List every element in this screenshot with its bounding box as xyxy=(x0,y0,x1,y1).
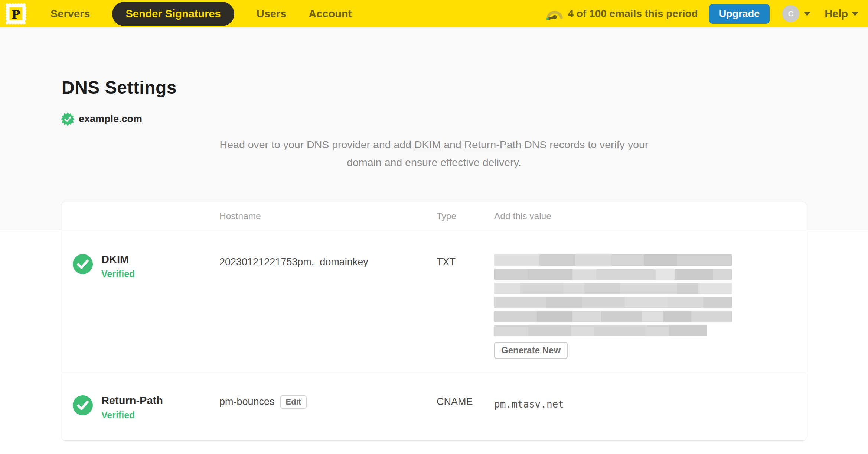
page-title: DNS Settings xyxy=(62,77,177,98)
column-header-type: Type xyxy=(437,211,494,221)
upgrade-button[interactable]: Upgrade xyxy=(709,4,770,24)
page-header-section: DNS Settings example.com Head over to yo… xyxy=(0,27,868,230)
record-status: Verified xyxy=(101,269,135,279)
verified-check-icon xyxy=(73,395,93,415)
table-header-row: Hostname Type Add this value xyxy=(62,202,806,230)
record-type: CNAME xyxy=(437,373,494,408)
redacted-line xyxy=(494,269,732,280)
dns-records-table: Hostname Type Add this value DKIM Verifi… xyxy=(62,202,806,441)
column-header-hostname: Hostname xyxy=(219,211,437,221)
chevron-down-icon xyxy=(804,12,810,16)
postmark-logo[interactable]: P xyxy=(5,3,27,25)
logo-letter: P xyxy=(12,8,20,21)
chevron-down-icon xyxy=(852,12,858,16)
redacted-line xyxy=(494,254,732,266)
verified-seal-icon xyxy=(61,112,75,126)
record-type: TXT xyxy=(437,230,494,268)
nav-item-account[interactable]: Account xyxy=(309,8,352,20)
nav-item-sender-signatures[interactable]: Sender Signatures xyxy=(112,2,234,26)
record-hostname: pm-bounces xyxy=(219,396,275,408)
redacted-line xyxy=(494,297,732,308)
nav-item-servers[interactable]: Servers xyxy=(50,8,90,20)
postmark-stamp-icon: P xyxy=(5,3,27,25)
usage-meter[interactable]: 4 of 100 emails this period xyxy=(546,7,698,20)
column-header-value: Add this value xyxy=(494,211,806,221)
generate-new-button[interactable]: Generate New xyxy=(494,342,568,359)
gauge-icon xyxy=(546,7,564,20)
verified-check-icon xyxy=(73,254,93,274)
redacted-line xyxy=(494,283,732,294)
dkim-link[interactable]: DKIM xyxy=(414,139,441,150)
account-menu[interactable]: C xyxy=(782,5,810,22)
redacted-dns-value xyxy=(494,254,806,336)
instructions-conjunction: and xyxy=(441,139,464,150)
nav-right-group: 4 of 100 emails this period Upgrade C He… xyxy=(546,4,859,24)
domain-name: example.com xyxy=(79,113,142,125)
avatar: C xyxy=(782,5,799,22)
help-menu[interactable]: Help xyxy=(825,8,858,20)
table-row-dkim: DKIM Verified 20230121221753pm._domainke… xyxy=(62,230,806,373)
usage-text: 4 of 100 emails this period xyxy=(568,8,698,20)
record-name: DKIM xyxy=(101,253,135,266)
help-label: Help xyxy=(825,8,848,20)
return-path-link[interactable]: Return-Path xyxy=(464,139,522,150)
nav-item-users[interactable]: Users xyxy=(257,8,287,20)
record-status: Verified xyxy=(101,410,163,421)
instructions-prefix: Head over to your DNS provider and add xyxy=(220,139,414,150)
record-name: Return-Path xyxy=(101,395,163,407)
redacted-line xyxy=(494,311,732,322)
table-row-return-path: Return-Path Verified pm-bounces Edit CNA… xyxy=(62,373,806,440)
instructions: Head over to your DNS provider and add D… xyxy=(0,136,868,172)
record-hostname: 20230121221753pm._domainkey xyxy=(219,256,368,268)
top-navbar: P Servers Sender Signatures Users Accoun… xyxy=(0,0,868,27)
domain-row: example.com xyxy=(61,112,142,126)
redacted-line xyxy=(494,325,707,336)
main-nav: Servers Sender Signatures Users Account xyxy=(50,2,352,26)
record-value: pm.mtasv.net xyxy=(494,373,806,410)
edit-button[interactable]: Edit xyxy=(280,395,307,409)
